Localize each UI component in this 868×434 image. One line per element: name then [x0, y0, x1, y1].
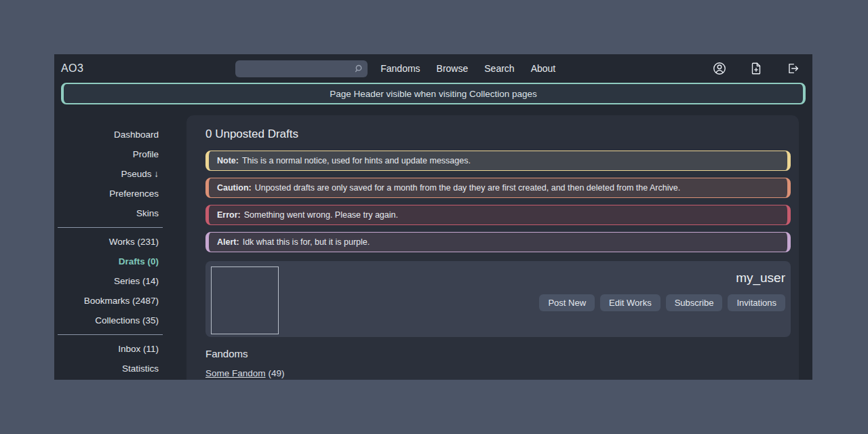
sidebar-item-skins[interactable]: Skins [58, 203, 163, 223]
notice-error-label: Error: [217, 210, 241, 220]
top-bar: AO3 Fandoms Browse Search About [54, 54, 812, 83]
nav-browse[interactable]: Browse [437, 63, 469, 74]
app-window: AO3 Fandoms Browse Search About [54, 54, 812, 380]
content-area: Dashboard Profile Pseuds ↓ Preferences S… [54, 115, 812, 380]
notice-alert-label: Alert: [217, 237, 239, 247]
search-box [235, 60, 368, 77]
fandom-link[interactable]: Some Fandom [205, 368, 266, 378]
sidebar-item-works[interactable]: Works (231) [58, 232, 163, 252]
fandom-count: (49) [269, 368, 285, 378]
notice-note: Note: This is a normal notice, used for … [205, 151, 791, 171]
notice-alert-text: Idk what this is for, but it is purple. [243, 237, 370, 247]
nav-search[interactable]: Search [484, 63, 514, 74]
post-new-button[interactable]: Post New [539, 294, 595, 311]
notice-error: Error: Something went wrong. Please try … [205, 205, 791, 225]
sidebar-divider [58, 227, 163, 228]
fandom-list-item: Some Fandom(49) [205, 368, 791, 378]
app-logo: AO3 [61, 62, 83, 75]
notice-note-text: This is a normal notice, used for hints … [242, 156, 471, 165]
sidebar-item-pseuds[interactable]: Pseuds ↓ [58, 164, 163, 184]
account-icon[interactable] [712, 61, 727, 76]
sidebar-item-profile[interactable]: Profile [58, 144, 163, 164]
main-nav: Fandoms Browse Search About [380, 63, 555, 74]
page-title: 0 Unposted Drafts [205, 127, 791, 141]
invitations-button[interactable]: Invitations [728, 294, 785, 311]
sidebar-item-dashboard[interactable]: Dashboard [58, 125, 163, 144]
search-input[interactable] [235, 60, 368, 77]
notice-caution: Caution: Unposted drafts are only saved … [205, 178, 791, 198]
sidebar-item-preferences[interactable]: Preferences [58, 184, 163, 203]
sidebar-item-series[interactable]: Series (14) [58, 271, 163, 291]
notice-alert: Alert: Idk what this is for, but it is p… [205, 232, 791, 252]
page-header-banner: Page Header visible when visiting Collec… [61, 83, 806, 104]
nav-about[interactable]: About [531, 63, 556, 74]
sidebar-item-collections[interactable]: Collections (35) [58, 311, 163, 330]
sidebar: Dashboard Profile Pseuds ↓ Preferences S… [54, 115, 186, 380]
sidebar-divider [58, 334, 163, 335]
user-action-buttons: Post New Edit Works Subscribe Invitation… [539, 294, 785, 311]
logout-icon[interactable] [785, 61, 800, 76]
sidebar-item-statistics[interactable]: Statistics [58, 359, 163, 378]
nav-fandoms[interactable]: Fandoms [380, 63, 420, 74]
sidebar-item-drafts[interactable]: Drafts (0) [58, 252, 163, 271]
subscribe-button[interactable]: Subscribe [666, 294, 723, 311]
notice-caution-label: Caution: [217, 183, 252, 193]
new-work-icon[interactable] [749, 61, 764, 76]
edit-works-button[interactable]: Edit Works [600, 294, 660, 311]
top-icons [712, 61, 800, 76]
sidebar-item-inbox[interactable]: Inbox (11) [58, 339, 163, 359]
user-card: my_user Post New Edit Works Subscribe In… [205, 261, 791, 337]
username: my_user [736, 271, 785, 285]
user-card-right: my_user Post New Edit Works Subscribe In… [539, 267, 785, 332]
page-header-text: Page Header visible when visiting Collec… [330, 89, 536, 99]
main-panel: 0 Unposted Drafts Note: This is a normal… [186, 115, 799, 380]
fandoms-heading: Fandoms [205, 348, 791, 359]
avatar [211, 267, 279, 334]
notice-error-text: Something went wrong. Please try again. [244, 210, 398, 220]
sidebar-inner: Dashboard Profile Pseuds ↓ Preferences S… [58, 125, 163, 378]
notice-note-label: Note: [217, 156, 239, 165]
notice-caution-text: Unposted drafts are only saved for a mon… [255, 183, 680, 193]
sidebar-item-bookmarks[interactable]: Bookmarks (2487) [58, 291, 163, 311]
